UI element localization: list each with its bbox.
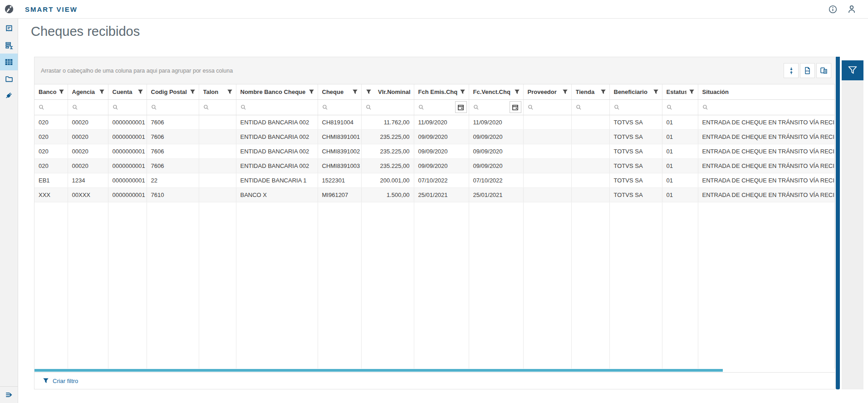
column-filter-funnel-icon[interactable]	[689, 89, 695, 95]
column-header-proveedor[interactable]: Proveedor	[523, 84, 571, 99]
filter-input-fc-venct-chq[interactable]	[469, 99, 523, 115]
cell-fch-emis-chq: 07/10/2022	[414, 173, 469, 187]
column-header-codig-postal[interactable]: Codig Postal	[147, 84, 199, 99]
filter-panel-collapsed	[842, 57, 863, 389]
sidebar-item-plug[interactable]	[0, 87, 18, 104]
expand-sidebar-button[interactable]	[0, 386, 18, 403]
group-by-bar[interactable]: Arrastar o cabeçalho de uma coluna para …	[34, 57, 835, 84]
cell-situacion: ENTRADA DE CHEQUE EN TRÁNSITO VÍA RECIBO…	[698, 129, 835, 144]
grid-panel: Arrastar o cabeçalho de uma coluna para …	[34, 57, 863, 389]
column-header-beneficiario[interactable]: Beneficiario	[609, 84, 662, 99]
filter-input-cheque[interactable]	[318, 99, 361, 115]
column-filter-funnel-icon[interactable]	[227, 89, 233, 95]
filter-panel-strip[interactable]	[842, 80, 863, 389]
cell-banco: 020	[34, 129, 68, 144]
column-filter-funnel-icon[interactable]	[59, 89, 64, 95]
column-header-nombre-banco[interactable]: Nombre Banco Cheque	[236, 84, 318, 99]
calendar-button[interactable]	[510, 101, 521, 113]
export-xlsx-button[interactable]: xlsx	[800, 63, 815, 78]
column-filter-funnel-icon[interactable]	[514, 89, 520, 95]
filter-input-codig-postal[interactable]	[147, 99, 199, 115]
filter-input-proveedor[interactable]	[523, 99, 571, 115]
column-header-vlr-nominal[interactable]: Vlr.Nominal	[361, 84, 414, 99]
cell-talon	[199, 158, 236, 173]
filter-input-cuenta[interactable]	[108, 99, 147, 115]
column-header-fc-venct-chq[interactable]: Fc.Venct.Chq	[469, 84, 523, 99]
table-row[interactable]: 0200002000000000017606ENTIDAD BANCARIA 0…	[34, 158, 835, 173]
column-header-fch-emis-chq[interactable]: Fch Emis.Chq	[414, 84, 469, 99]
column-filter-funnel-icon[interactable]	[600, 89, 606, 95]
app-logo[interactable]	[0, 0, 18, 18]
vertical-scrollbar[interactable]	[836, 57, 840, 389]
filter-input-banco[interactable]	[34, 99, 68, 115]
column-filter-funnel-icon[interactable]	[137, 89, 143, 95]
cell-talon	[199, 173, 236, 187]
cell-proveedor	[523, 187, 571, 202]
table-row[interactable]: 0200002000000000017606ENTIDAD BANCARIA 0…	[34, 144, 835, 158]
cell-cuenta: 0000000001	[108, 187, 147, 202]
filter-input-beneficiario[interactable]	[609, 99, 662, 115]
cell-banco: 020	[34, 158, 68, 173]
cell-cheque: CHMI8391002	[318, 144, 361, 158]
data-grid: BancoAgenciaCuentaCodig PostalTalonNombr…	[34, 84, 835, 369]
column-label: Codig Postal	[151, 88, 187, 95]
filter-input-vlr-nominal[interactable]	[361, 99, 414, 115]
table-row[interactable]: EB11234000000000122ENTIDADE BANCARIA 115…	[34, 173, 835, 187]
table-row[interactable]: XXX00XXX00000000017610BANCO XMI9612071.5…	[34, 187, 835, 202]
filter-input-talon[interactable]	[199, 99, 236, 115]
cell-agencia: 00020	[68, 129, 108, 144]
column-header-agencia[interactable]: Agencia	[68, 84, 108, 99]
collapse-rows-button[interactable]	[784, 63, 799, 78]
cell-talon	[199, 144, 236, 158]
sidebar-item-receipt-report[interactable]	[0, 20, 18, 37]
filter-input-nombre-banco[interactable]	[236, 99, 318, 115]
table-row[interactable]: 0200002000000000017606ENTIDAD BANCARIA 0…	[34, 115, 835, 129]
filter-input-situacion[interactable]	[698, 99, 835, 115]
calendar-button[interactable]	[455, 101, 467, 113]
filter-input-tienda[interactable]	[571, 99, 609, 115]
info-icon[interactable]	[829, 5, 837, 14]
cell-codig-postal: 7606	[147, 129, 199, 144]
horizontal-scrollbar-thumb[interactable]	[34, 369, 723, 372]
cell-proveedor	[523, 129, 571, 144]
sidebar-item-table-report[interactable]	[0, 54, 18, 70]
create-filter-button[interactable]: Criar filtro	[43, 378, 78, 384]
column-chooser-button[interactable]	[816, 63, 831, 78]
search-icon	[614, 104, 620, 110]
column-filter-funnel-icon[interactable]	[460, 89, 466, 95]
cell-situacion: ENTRADA DE CHEQUE EN TRÁNSITO VÍA RECIBO…	[698, 187, 835, 202]
filter-input-estatus[interactable]	[662, 99, 698, 115]
column-label: Tienda	[576, 88, 598, 95]
column-label: Cheque	[322, 88, 350, 95]
column-label: Banco	[39, 88, 56, 95]
column-filter-funnel-icon[interactable]	[562, 89, 568, 95]
user-icon[interactable]	[847, 5, 856, 14]
sidebar-item-summary-report[interactable]	[0, 37, 18, 54]
column-header-cheque[interactable]: Cheque	[318, 84, 361, 99]
table-row[interactable]: 0200002000000000017606ENTIDAD BANCARIA 0…	[34, 129, 835, 144]
cell-tienda	[571, 173, 609, 187]
column-header-cuenta[interactable]: Cuenta	[108, 84, 147, 99]
column-header-talon[interactable]: Talon	[199, 84, 236, 99]
cell-beneficiario: TOTVS SA	[609, 129, 662, 144]
column-header-estatus[interactable]: Estatus	[662, 84, 698, 99]
search-icon	[528, 104, 534, 110]
column-filter-funnel-icon[interactable]	[99, 89, 105, 95]
cell-fch-emis-chq: 25/01/2021	[414, 187, 469, 202]
column-filter-funnel-icon[interactable]	[309, 89, 314, 95]
column-header-tienda[interactable]: Tienda	[571, 84, 609, 99]
column-header-banco[interactable]: Banco	[34, 84, 68, 99]
search-icon	[240, 104, 246, 110]
horizontal-scrollbar[interactable]	[34, 369, 835, 373]
cell-fc-venct-chq: 09/09/2020	[469, 158, 523, 173]
open-filter-panel-button[interactable]	[842, 60, 863, 80]
column-filter-funnel-icon[interactable]	[366, 89, 372, 95]
column-filter-funnel-icon[interactable]	[352, 89, 358, 95]
column-filter-funnel-icon[interactable]	[653, 89, 659, 95]
filter-input-agencia[interactable]	[68, 99, 108, 115]
sidebar-item-folder[interactable]	[0, 70, 18, 87]
cell-fch-emis-chq: 09/09/2020	[414, 144, 469, 158]
column-filter-funnel-icon[interactable]	[190, 89, 196, 95]
filter-input-fch-emis-chq[interactable]	[414, 99, 469, 115]
column-header-situacion[interactable]: Situación	[698, 84, 835, 99]
